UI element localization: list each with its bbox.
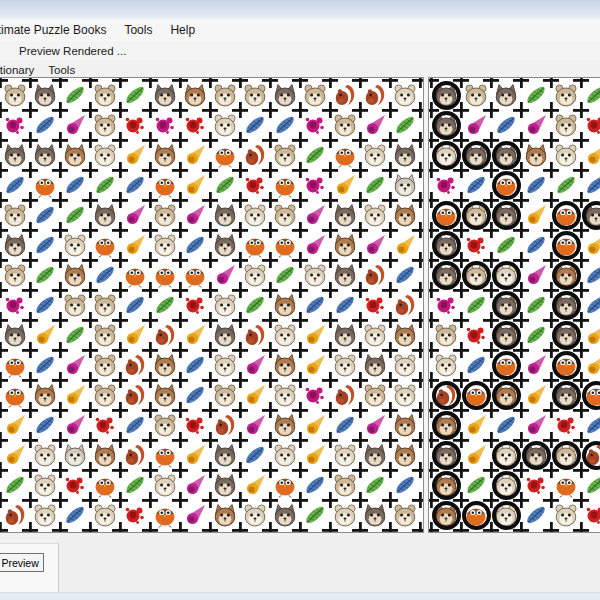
grid-cross-marker xyxy=(412,132,424,148)
grid-cross-marker xyxy=(172,492,188,508)
grid-cross-marker xyxy=(142,432,158,448)
grid-cross-marker xyxy=(202,282,218,298)
menu-tools[interactable]: Tools xyxy=(115,20,161,40)
grid-cross-marker xyxy=(453,102,469,118)
grid-cross-marker xyxy=(202,342,218,358)
grid-cross-marker xyxy=(202,522,218,533)
grid-cross-marker xyxy=(573,522,589,533)
grid-cross-marker xyxy=(232,252,248,268)
grid-cross-marker xyxy=(202,252,218,268)
grid-cross-marker xyxy=(172,162,188,178)
grid-cross-marker xyxy=(412,192,424,208)
grid-cross-marker xyxy=(352,282,368,298)
grid-cross-marker xyxy=(322,77,338,88)
grid-cross-marker xyxy=(232,342,248,358)
grid-cross-marker xyxy=(453,432,469,448)
grid-cross-marker xyxy=(382,132,398,148)
grid-cross-marker xyxy=(22,162,38,178)
tab-dictionary[interactable]: ctionary xyxy=(0,63,41,77)
grid-cross-marker xyxy=(52,492,68,508)
grid-cross-marker xyxy=(543,522,559,533)
grid-cross-marker xyxy=(322,432,338,448)
grid-cross-marker xyxy=(513,252,529,268)
grid-cross-marker xyxy=(483,492,499,508)
grid-cross-marker xyxy=(543,102,559,118)
tab-tools[interactable]: Tools xyxy=(41,63,82,77)
preview-content-area xyxy=(0,77,600,533)
menu-ultimate-puzzle-books[interactable]: ltimate Puzzle Books xyxy=(0,20,115,40)
grid-cross-marker xyxy=(112,102,128,118)
grid-cross-marker xyxy=(573,372,589,388)
grid-cross-marker xyxy=(142,282,158,298)
grid-cross-marker xyxy=(82,312,98,328)
grid-cross-marker xyxy=(513,77,529,88)
grid-cross-marker xyxy=(202,402,218,418)
grid-cross-marker xyxy=(513,492,529,508)
preview-button[interactable]: re Preview xyxy=(0,553,44,572)
grid-cross-marker xyxy=(573,162,589,178)
grid-cross-marker xyxy=(352,372,368,388)
grid-cross-marker xyxy=(232,492,248,508)
grid-cross-marker xyxy=(292,522,308,533)
grid-cross-marker xyxy=(382,252,398,268)
grid-cross-marker xyxy=(453,522,469,533)
grid-cross-marker xyxy=(142,402,158,418)
grid-cross-marker xyxy=(483,432,499,448)
grid-cross-marker xyxy=(543,462,559,478)
grid-cross-marker xyxy=(202,102,218,118)
grid-cross-marker xyxy=(172,102,188,118)
grid-cross-marker xyxy=(112,402,128,418)
grid-cross-marker xyxy=(52,372,68,388)
grid-cross-marker xyxy=(172,342,188,358)
bottom-left-panel: re Preview xyxy=(0,543,59,593)
grid-cross-marker xyxy=(428,312,439,328)
tab-preview-rendered[interactable]: Preview Rendered ... xyxy=(13,43,132,59)
solution-page-preview[interactable] xyxy=(428,77,600,533)
grid-cross-marker xyxy=(513,432,529,448)
grid-cross-marker xyxy=(573,102,589,118)
grid-cross-marker xyxy=(292,402,308,418)
grid-cross-marker xyxy=(0,462,8,478)
grid-cross-marker xyxy=(262,312,278,328)
grid-cross-marker xyxy=(573,252,589,268)
grid-cross-marker xyxy=(453,492,469,508)
grid-cross-marker xyxy=(82,432,98,448)
grid-cross-marker xyxy=(52,132,68,148)
grid-cross-marker xyxy=(82,102,98,118)
grid-cross-marker xyxy=(202,132,218,148)
grid-cross-marker xyxy=(428,162,439,178)
grid-cross-marker xyxy=(52,312,68,328)
grid-cross-marker xyxy=(483,402,499,418)
grid-cross-marker xyxy=(322,222,338,238)
grid-cross-marker xyxy=(453,222,469,238)
grid-cross-marker xyxy=(52,432,68,448)
grid-cross-marker xyxy=(142,222,158,238)
grid-cross-marker xyxy=(483,77,499,88)
grid-cross-marker xyxy=(82,282,98,298)
grid-cross-marker xyxy=(22,312,38,328)
grid-cross-marker xyxy=(142,102,158,118)
grid-cross-marker xyxy=(513,162,529,178)
grid-cross-marker xyxy=(483,342,499,358)
grid-cross-marker xyxy=(142,192,158,208)
grid-cross-marker xyxy=(0,102,8,118)
grid-cross-marker xyxy=(0,342,8,358)
grid-cross-marker xyxy=(543,312,559,328)
grid-cross-marker xyxy=(453,462,469,478)
grid-cross-marker xyxy=(412,492,424,508)
grid-cross-marker xyxy=(142,342,158,358)
grid-cross-marker xyxy=(352,402,368,418)
grid-cross-marker xyxy=(352,192,368,208)
grid-cross-marker xyxy=(453,252,469,268)
grid-cross-marker xyxy=(112,252,128,268)
grid-cross-marker xyxy=(232,282,248,298)
grid-cross-marker xyxy=(428,462,439,478)
grid-cross-marker xyxy=(142,522,158,533)
grid-cross-marker xyxy=(292,102,308,118)
grid-cross-marker xyxy=(543,492,559,508)
grid-cross-marker xyxy=(142,312,158,328)
puzzle-page-preview[interactable] xyxy=(0,77,424,533)
menu-help[interactable]: Help xyxy=(161,20,204,40)
grid-cross-marker xyxy=(382,162,398,178)
grid-cross-marker xyxy=(453,372,469,388)
